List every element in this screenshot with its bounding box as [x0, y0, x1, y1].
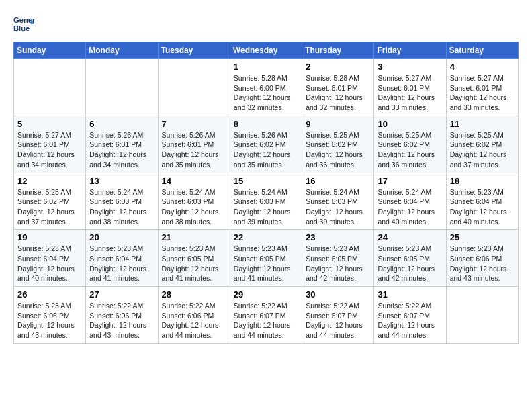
day-info: Sunrise: 5:26 AMSunset: 6:01 PMDaylight:… [89, 130, 154, 170]
day-of-week-header: Thursday [302, 42, 374, 59]
calendar-cell: 18Sunrise: 5:23 AMSunset: 6:04 PMDayligh… [446, 173, 518, 230]
day-of-week-header: Tuesday [158, 42, 230, 59]
day-info: Sunrise: 5:24 AMSunset: 6:03 PMDaylight:… [306, 187, 370, 227]
day-info: Sunrise: 5:24 AMSunset: 6:04 PMDaylight:… [378, 187, 442, 227]
day-number: 7 [162, 119, 226, 129]
calendar-cell: 28Sunrise: 5:22 AMSunset: 6:06 PMDayligh… [158, 287, 230, 344]
day-of-week-header: Wednesday [230, 42, 302, 59]
calendar-cell: 7Sunrise: 5:26 AMSunset: 6:01 PMDaylight… [158, 116, 230, 173]
day-info: Sunrise: 5:27 AMSunset: 6:01 PMDaylight:… [450, 73, 515, 113]
calendar-cell: 19Sunrise: 5:23 AMSunset: 6:04 PMDayligh… [14, 230, 86, 287]
calendar-cell: 30Sunrise: 5:22 AMSunset: 6:07 PMDayligh… [302, 287, 374, 344]
page-header: General Blue [13, 13, 519, 35]
day-number: 18 [450, 176, 515, 186]
day-of-week-header: Monday [86, 42, 158, 59]
day-number: 8 [234, 119, 298, 129]
day-number: 4 [450, 62, 515, 72]
calendar-cell [86, 59, 158, 116]
day-number: 13 [89, 176, 154, 186]
day-number: 11 [450, 119, 515, 129]
day-info: Sunrise: 5:22 AMSunset: 6:06 PMDaylight:… [89, 301, 154, 340]
day-info: Sunrise: 5:23 AMSunset: 6:04 PMDaylight:… [17, 244, 82, 283]
day-number: 5 [17, 119, 82, 129]
day-number: 17 [378, 176, 442, 186]
day-number: 23 [306, 232, 370, 242]
day-info: Sunrise: 5:25 AMSunset: 6:02 PMDaylight:… [306, 130, 370, 170]
calendar-cell: 1Sunrise: 5:28 AMSunset: 6:00 PMDaylight… [230, 59, 302, 116]
day-number: 24 [378, 232, 442, 242]
calendar-cell: 12Sunrise: 5:25 AMSunset: 6:02 PMDayligh… [14, 173, 86, 230]
calendar-cell: 10Sunrise: 5:25 AMSunset: 6:02 PMDayligh… [374, 116, 446, 173]
day-info: Sunrise: 5:28 AMSunset: 6:00 PMDaylight:… [234, 73, 298, 113]
day-info: Sunrise: 5:23 AMSunset: 6:05 PMDaylight:… [234, 244, 298, 283]
day-number: 9 [306, 119, 370, 129]
calendar-cell: 9Sunrise: 5:25 AMSunset: 6:02 PMDaylight… [302, 116, 374, 173]
day-info: Sunrise: 5:24 AMSunset: 6:03 PMDaylight:… [162, 187, 226, 227]
calendar-cell: 16Sunrise: 5:24 AMSunset: 6:03 PMDayligh… [302, 173, 374, 230]
calendar-header-row: SundayMondayTuesdayWednesdayThursdayFrid… [14, 42, 519, 59]
svg-text:Blue: Blue [13, 24, 30, 32]
day-info: Sunrise: 5:28 AMSunset: 6:01 PMDaylight:… [306, 73, 370, 113]
day-number: 20 [89, 232, 154, 242]
day-number: 10 [378, 119, 442, 129]
day-info: Sunrise: 5:25 AMSunset: 6:02 PMDaylight:… [450, 130, 515, 170]
day-info: Sunrise: 5:23 AMSunset: 6:06 PMDaylight:… [450, 244, 515, 283]
day-number: 1 [234, 62, 298, 72]
day-number: 19 [17, 232, 82, 242]
day-info: Sunrise: 5:22 AMSunset: 6:07 PMDaylight:… [234, 301, 298, 340]
day-number: 6 [89, 119, 154, 129]
day-info: Sunrise: 5:25 AMSunset: 6:02 PMDaylight:… [17, 187, 82, 227]
day-number: 22 [234, 232, 298, 242]
calendar-cell [446, 287, 518, 344]
calendar-cell: 29Sunrise: 5:22 AMSunset: 6:07 PMDayligh… [230, 287, 302, 344]
calendar-cell: 22Sunrise: 5:23 AMSunset: 6:05 PMDayligh… [230, 230, 302, 287]
calendar-cell: 2Sunrise: 5:28 AMSunset: 6:01 PMDaylight… [302, 59, 374, 116]
calendar-cell: 6Sunrise: 5:26 AMSunset: 6:01 PMDaylight… [86, 116, 158, 173]
calendar-week-row: 19Sunrise: 5:23 AMSunset: 6:04 PMDayligh… [14, 230, 519, 287]
day-number: 29 [234, 289, 298, 300]
day-number: 2 [306, 62, 370, 72]
calendar-table: SundayMondayTuesdayWednesdayThursdayFrid… [13, 42, 519, 344]
day-number: 27 [89, 289, 154, 300]
day-number: 3 [378, 62, 442, 72]
calendar-week-row: 1Sunrise: 5:28 AMSunset: 6:00 PMDaylight… [14, 59, 519, 116]
day-number: 14 [162, 176, 226, 186]
day-info: Sunrise: 5:23 AMSunset: 6:04 PMDaylight:… [450, 187, 515, 227]
day-info: Sunrise: 5:24 AMSunset: 6:03 PMDaylight:… [89, 187, 154, 227]
calendar-cell: 11Sunrise: 5:25 AMSunset: 6:02 PMDayligh… [446, 116, 518, 173]
day-number: 16 [306, 176, 370, 186]
calendar-cell: 21Sunrise: 5:23 AMSunset: 6:05 PMDayligh… [158, 230, 230, 287]
calendar-cell [158, 59, 230, 116]
calendar-week-row: 12Sunrise: 5:25 AMSunset: 6:02 PMDayligh… [14, 173, 519, 230]
calendar-cell: 17Sunrise: 5:24 AMSunset: 6:04 PMDayligh… [374, 173, 446, 230]
calendar-cell [14, 59, 86, 116]
calendar-cell: 3Sunrise: 5:27 AMSunset: 6:01 PMDaylight… [374, 59, 446, 116]
day-number: 12 [17, 176, 82, 186]
calendar-cell: 15Sunrise: 5:24 AMSunset: 6:03 PMDayligh… [230, 173, 302, 230]
day-number: 28 [162, 289, 226, 300]
day-number: 31 [378, 289, 442, 300]
calendar-cell: 8Sunrise: 5:26 AMSunset: 6:02 PMDaylight… [230, 116, 302, 173]
calendar-cell: 23Sunrise: 5:23 AMSunset: 6:05 PMDayligh… [302, 230, 374, 287]
calendar-cell: 14Sunrise: 5:24 AMSunset: 6:03 PMDayligh… [158, 173, 230, 230]
calendar-week-row: 5Sunrise: 5:27 AMSunset: 6:01 PMDaylight… [14, 116, 519, 173]
day-info: Sunrise: 5:23 AMSunset: 6:05 PMDaylight:… [306, 244, 370, 283]
day-info: Sunrise: 5:27 AMSunset: 6:01 PMDaylight:… [378, 73, 442, 113]
calendar-cell: 13Sunrise: 5:24 AMSunset: 6:03 PMDayligh… [86, 173, 158, 230]
day-info: Sunrise: 5:26 AMSunset: 6:02 PMDaylight:… [234, 130, 298, 170]
day-number: 15 [234, 176, 298, 186]
day-info: Sunrise: 5:23 AMSunset: 6:05 PMDaylight:… [162, 244, 226, 283]
calendar-cell: 26Sunrise: 5:23 AMSunset: 6:06 PMDayligh… [14, 287, 86, 344]
day-info: Sunrise: 5:25 AMSunset: 6:02 PMDaylight:… [378, 130, 442, 170]
day-info: Sunrise: 5:27 AMSunset: 6:01 PMDaylight:… [17, 130, 82, 170]
day-of-week-header: Sunday [14, 42, 86, 59]
logo: General Blue [13, 13, 38, 35]
day-number: 30 [306, 289, 370, 300]
calendar-cell: 5Sunrise: 5:27 AMSunset: 6:01 PMDaylight… [14, 116, 86, 173]
calendar-cell: 20Sunrise: 5:23 AMSunset: 6:04 PMDayligh… [86, 230, 158, 287]
day-number: 26 [17, 289, 82, 300]
day-number: 25 [450, 232, 515, 242]
calendar-cell: 24Sunrise: 5:23 AMSunset: 6:05 PMDayligh… [374, 230, 446, 287]
calendar-week-row: 26Sunrise: 5:23 AMSunset: 6:06 PMDayligh… [14, 287, 519, 344]
day-info: Sunrise: 5:23 AMSunset: 6:06 PMDaylight:… [17, 301, 82, 340]
